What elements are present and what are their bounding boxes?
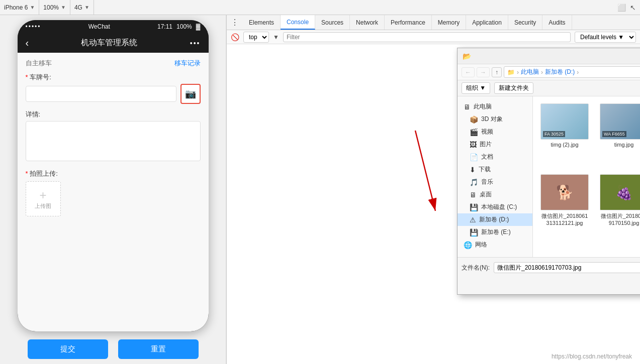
filename-label: 文件名(N): xyxy=(462,264,490,272)
nav-up-button[interactable]: ↑ xyxy=(492,67,502,77)
file-grid: FA 30525 timg (2).jpg WA F6655 timg.jpg … xyxy=(533,96,640,257)
organize-button[interactable]: 组织 ▼ xyxy=(462,82,490,94)
status-bar: ••••• WeChat 17:11 100% ▓ xyxy=(18,20,209,33)
file-name-timg2: timg (2).jpg xyxy=(551,142,578,148)
tab-console[interactable]: Console xyxy=(281,15,315,30)
dialog-title-icon: 📂 xyxy=(463,52,471,60)
device-selector[interactable]: iPhone 6 ▼ xyxy=(0,0,39,15)
back-button[interactable]: ‹ xyxy=(26,37,29,49)
downloads-icon: ⬇ xyxy=(470,166,476,174)
tab-elements[interactable]: Elements xyxy=(243,15,281,30)
device-chevron-icon: ▼ xyxy=(30,5,35,10)
camera-button[interactable]: 📷 xyxy=(180,84,201,104)
path-part-drive[interactable]: 新加卷 (D:) xyxy=(545,68,575,76)
plate-label: * 车牌号: xyxy=(26,73,201,82)
dialog-nav-bar: ← → ↑ 📁 › 此电脑 › 新加卷 (D:) › ↻ 🔍 xyxy=(458,64,640,80)
file-thumb-wechat3: 🐕 xyxy=(540,174,589,210)
plate-input[interactable] xyxy=(26,86,176,102)
file-item-timg2[interactable]: FA 30525 timg (2).jpg xyxy=(537,100,592,167)
sidebar-item-desktop[interactable]: 🖥 桌面 xyxy=(458,188,532,201)
network-icon: 🌐 xyxy=(464,241,472,249)
drive-e-icon: 💾 xyxy=(470,228,478,236)
sidebar-item-downloads[interactable]: ⬇ 下载 xyxy=(458,163,532,176)
file-thumb-timg: WA F6655 xyxy=(600,103,640,140)
sidebar-item-video[interactable]: 🎬 视频 xyxy=(458,126,532,138)
cursor-icon[interactable]: ↖ xyxy=(630,4,636,12)
computer-icon: 🖥 xyxy=(464,103,471,111)
pictures-icon: 🖼 xyxy=(470,141,477,149)
sidebar-item-computer[interactable]: 🖥 此电脑 xyxy=(458,100,532,113)
nav-back-button[interactable]: ← xyxy=(462,67,475,77)
section-link[interactable]: 移车记录 xyxy=(174,59,201,68)
sidebar-item-music[interactable]: 🎵 音乐 xyxy=(458,176,532,188)
detail-textarea[interactable] xyxy=(26,121,201,161)
upload-label: 上传图 xyxy=(35,202,51,210)
dialog-body: 🖥 此电脑 📦 3D 对象 🎬 视频 🖼 图片 xyxy=(458,96,640,257)
zoom-chevron-icon: ▼ xyxy=(61,5,66,10)
tab-performance[interactable]: Performance xyxy=(385,15,432,30)
file-item-timg[interactable]: WA F6655 timg.jpg xyxy=(596,100,640,167)
iphone-frame: ••••• WeChat 17:11 100% ▓ ‹ 机动车管理系统 ••• … xyxy=(18,20,209,331)
devtools-icon-group: ⬜ ↖ xyxy=(613,4,640,12)
sidebar-item-drive-d[interactable]: ⚠ 新加卷 (D:) xyxy=(458,213,532,226)
filename-input[interactable] xyxy=(494,262,640,273)
sidebar-item-local-disk[interactable]: 💾 本地磁盘 (C:) xyxy=(458,201,532,213)
path-bar: 📁 › 此电脑 › 新加卷 (D:) › xyxy=(504,66,640,78)
tab-audits[interactable]: Audits xyxy=(542,15,572,30)
drive-d-warning-icon: ⚠ xyxy=(470,216,476,224)
more-button[interactable]: ••• xyxy=(190,39,201,47)
section-header: 自主移车 移车记录 xyxy=(26,59,201,68)
submit-button[interactable]: 提交 xyxy=(28,339,108,359)
console-filter-input[interactable] xyxy=(283,32,571,42)
file-toolbar: 组织 ▼ 新建文件夹 ⊞ ▼ ⊟ ? xyxy=(458,80,640,96)
tab-memory[interactable]: Memory xyxy=(432,15,466,30)
photo-label: * 拍照上传: xyxy=(26,169,201,178)
inspect-icon[interactable]: ⬜ xyxy=(617,4,626,12)
sidebar-item-pictures[interactable]: 🖼 图片 xyxy=(458,138,532,151)
submit-row: 提交 重置 xyxy=(18,339,209,359)
nav-forward-button[interactable]: → xyxy=(477,67,490,77)
section-title: 自主移车 xyxy=(26,59,52,68)
console-level-select[interactable]: Default levels ▼ xyxy=(575,32,636,43)
file-sidebar: 🖥 此电脑 📦 3D 对象 🎬 视频 🖼 图片 xyxy=(458,96,533,257)
svg-line-1 xyxy=(415,131,435,211)
tab-network[interactable]: Network xyxy=(350,15,385,30)
file-name-wechat4: 微信图片_20180619170150.jpg xyxy=(599,212,640,226)
file-item-wechat4[interactable]: 🍇 微信图片_20180619170150.jpg xyxy=(596,171,640,230)
battery-display: 100% xyxy=(176,23,192,30)
network-chevron-icon: ▼ xyxy=(84,5,89,10)
iphone-panel: ••••• WeChat 17:11 100% ▓ ‹ 机动车管理系统 ••• … xyxy=(0,15,226,364)
path-folder-icon: 📁 xyxy=(507,69,515,76)
time-display: 17:11 xyxy=(157,23,172,30)
sidebar-item-3d[interactable]: 📦 3D 对象 xyxy=(458,113,532,126)
sidebar-item-documents[interactable]: 📄 文档 xyxy=(458,151,532,163)
tab-sources[interactable]: Sources xyxy=(315,15,350,30)
form-content: 自主移车 移车记录 * 车牌号: 📷 详情: * 拍照上传: xyxy=(18,53,209,331)
top-bar: iPhone 6 ▼ 100% ▼ 4G ▼ ⬜ ↖ xyxy=(0,0,640,15)
devtools-panel: ⋮ Elements Console Sources Network Perfo… xyxy=(226,15,640,364)
new-folder-button[interactable]: 新建文件夹 xyxy=(494,82,533,94)
file-item-wechat3[interactable]: 🐕 微信图片_2018061313112121.jpg xyxy=(537,171,592,230)
tab-application[interactable]: Application xyxy=(466,15,508,30)
zoom-selector[interactable]: 100% ▼ xyxy=(39,0,70,15)
video-icon: 🎬 xyxy=(470,128,478,136)
main-area: ••••• WeChat 17:11 100% ▓ ‹ 机动车管理系统 ••• … xyxy=(0,15,640,364)
console-context-select[interactable]: top xyxy=(243,32,269,43)
network-selector[interactable]: 4G ▼ xyxy=(70,0,94,15)
photo-required-star: * xyxy=(26,170,30,177)
file-thumb-timg2: FA 30525 xyxy=(540,103,589,140)
devtools-toggle-icon[interactable]: ⋮ xyxy=(227,18,243,27)
disk-c-icon: 💾 xyxy=(470,203,478,211)
sidebar-item-network[interactable]: 🌐 网络 xyxy=(458,238,532,251)
desktop-icon: 🖥 xyxy=(470,191,477,199)
filter-dropdown-icon: ▼ xyxy=(273,34,279,41)
reset-button[interactable]: 重置 xyxy=(118,339,199,359)
carrier-dots: ••••• xyxy=(26,23,41,30)
camera-icon: 📷 xyxy=(185,88,196,99)
path-part-computer[interactable]: 此电脑 xyxy=(521,68,539,76)
tab-security[interactable]: Security xyxy=(508,15,542,30)
photo-upload-button[interactable]: + 上传图 xyxy=(26,181,61,216)
plate-input-row: 📷 xyxy=(26,84,201,104)
plus-icon: + xyxy=(39,188,46,202)
sidebar-item-drive-e[interactable]: 💾 新加卷 (E:) xyxy=(458,226,532,238)
